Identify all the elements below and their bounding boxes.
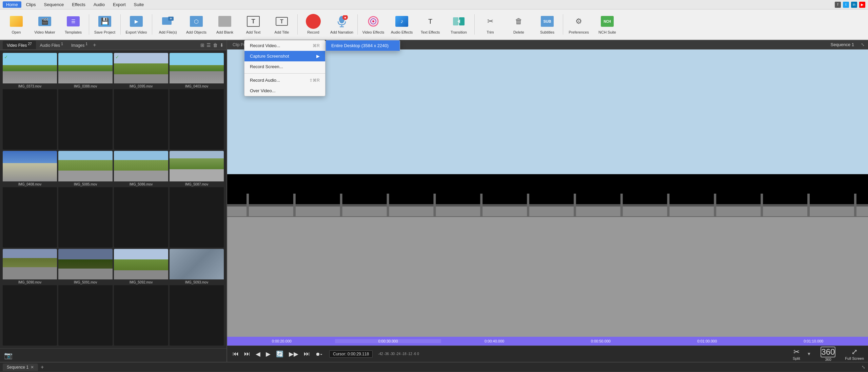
delete-button[interactable]: 🗑 Delete [505,11,532,38]
timeline-expand-icon[interactable]: ⤡ [862,365,865,370]
nchsuite-button[interactable]: NCH NCH Suite [594,11,621,38]
saveproject-button[interactable]: 💾 Save Project [91,11,118,38]
camera-add-icon[interactable]: 📷 [4,351,13,359]
addobjects-button[interactable]: ⬡ Add Objects [183,11,210,38]
media-item-8[interactable]: IMG_5087.mov [170,151,224,248]
expand-preview-icon[interactable]: ⤡ [861,42,868,47]
add-tab-button[interactable]: + [93,42,96,48]
record-audio-shortcut: ⇧⌘R [309,78,320,83]
ruler-tick: 0:01:10.000 [760,339,867,343]
left-panel: Video Files 27 Audio Files 1 Images 1 + … [0,40,227,362]
media-item-3[interactable]: ✓ IMG_0395.mov [114,53,168,150]
trim-button[interactable]: ✂ Trim [477,11,504,38]
addtitle-button[interactable]: T Add Title [268,11,295,38]
menu-audio[interactable]: Audio [90,1,108,8]
tab-images[interactable]: Images 1 [67,41,92,49]
playback-options-button[interactable]: ⏺▾ [314,350,324,358]
preferences-button[interactable]: ⚙ Preferences [565,11,592,38]
transition-button[interactable]: Transition [445,11,472,38]
over-video-item[interactable]: Over Video... [244,85,325,96]
sequence-title: Sequence 1 [831,42,860,47]
videomaker-button[interactable]: 🎬 Video Maker [31,11,58,38]
addtext-button[interactable]: T Add Text [240,11,267,38]
menu-home[interactable]: Home [3,1,21,8]
media-item-7[interactable]: IMG_5086.mov [114,151,168,248]
media-label: IMG_5085.mov [58,181,113,187]
audioeffects-button[interactable]: ♪ Audio Effects [388,11,415,38]
trash-icon[interactable]: 🗑 [213,42,218,48]
record-audio-item[interactable]: Record Audio... ⇧⌘R [244,75,325,85]
menu-sequence[interactable]: Sequence [41,1,67,8]
media-item-6[interactable]: IMG_5085.mov [58,151,113,248]
media-item-2[interactable]: IMG_0388.mov [58,53,113,150]
videoeffects-button[interactable]: Video Effects [360,11,387,38]
split-button[interactable]: ✂ Split [793,348,800,360]
go-start-button[interactable]: ⏮ [231,349,240,359]
seq-tab-close[interactable]: ✕ [31,365,34,370]
media-item-9[interactable]: IMG_5090.mov [3,249,57,346]
exportvideo-button[interactable]: ▶ Export Video [123,11,150,38]
capture-screenshot-submenu: Entire Desktop (3584 x 2240) [326,40,400,51]
toolbar-sep-3 [152,14,152,35]
record-video-item[interactable]: Record Video... ⌘R [244,40,325,51]
capture-screenshot-item[interactable]: Capture Screenshot ▶ [244,51,325,61]
sequence-tab-1[interactable]: Sequence 1 ✕ [3,364,38,371]
menu-effects[interactable]: Effects [68,1,89,8]
open-button[interactable]: Open [3,11,30,38]
step-back-button[interactable]: ⏭ [243,349,252,359]
addfiles-button[interactable]: + Add File(s) [154,11,181,38]
menu-clips[interactable]: Clips [23,1,39,8]
record-button[interactable]: Record [300,11,327,38]
entire-desktop-item[interactable]: Entire Desktop (3584 x 2240) [326,40,400,51]
entire-desktop-label: Entire Desktop (3584 x 2240) [331,43,389,48]
social-icon-2[interactable]: t [843,2,849,8]
media-item-1[interactable]: ✓ IMG_0373.mov [3,53,57,150]
record-screen-item[interactable]: Record Screen... [244,61,325,72]
addnarration-button[interactable]: ● Add Narration [328,11,355,38]
tab-video-files[interactable]: Video Files 27 [3,41,36,49]
fullscreen-label: Full Screen [845,356,864,360]
subtitles-button[interactable]: SUB Subtitles [534,11,561,38]
capture-screenshot-label: Capture Screenshot [250,54,289,59]
svg-text:+: + [170,16,172,21]
play-button[interactable]: ▶ [264,349,272,359]
media-item-12[interactable]: IMG_5093.mov [170,249,224,346]
media-label: IMG_5086.mov [114,181,168,187]
list-view-icon[interactable]: ☰ [206,42,211,48]
add-sequence-button[interactable]: + [39,364,45,370]
down-arrow-icon[interactable]: ▼ [807,351,811,356]
record-screen-label: Record Screen... [250,64,283,69]
360-button[interactable]: 360 360 [821,347,835,361]
go-end-button[interactable]: ⏭ [302,349,311,359]
loop-button[interactable]: 🔄 [275,349,285,359]
media-label: IMG_5090.mov [3,279,57,285]
prev-frame-button[interactable]: ◀ [254,349,262,359]
social-icon-4[interactable]: ▶ [859,2,865,8]
over-video-label: Over Video... [250,88,276,93]
next-frame-button[interactable]: ▶▶ [288,349,300,359]
media-item-11[interactable]: IMG_5092.mov [114,249,168,346]
fullscreen-button[interactable]: ⤢ Full Screen [845,348,864,360]
media-item-4[interactable]: IMG_0403.mov [170,53,224,150]
menu-suite[interactable]: Suite [131,1,147,8]
ruler-tick: 0:00:30.000 [335,339,441,343]
media-label: IMG_5092.mov [114,279,168,285]
social-icon-3[interactable]: in [851,2,857,8]
cursor-label: Cursor: [333,352,346,356]
toolbar-sep-6 [474,14,475,35]
dropdown-separator [244,73,325,74]
menu-export[interactable]: Export [110,1,129,8]
tab-audio-files[interactable]: Audio Files 1 [36,41,67,49]
media-item-5[interactable]: IMG_0408.mov [3,151,57,248]
grid-view-icon[interactable]: ⊞ [200,42,204,48]
import-icon[interactable]: ⬇ [220,42,224,48]
media-label: IMG_0388.mov [58,83,113,89]
media-item-10[interactable]: IMG_5091.mov [58,249,113,346]
toolbar-sep-2 [120,14,121,35]
level-value: -42 -36 -30 -24 -18 -12 -6 0 [378,352,419,356]
social-icon-1[interactable]: f [835,2,841,8]
record-audio-label: Record Audio... [250,78,280,83]
texteffects-button[interactable]: T Text Effects [417,11,444,38]
templates-button[interactable]: ☰ Templates [60,11,87,38]
addblank-button[interactable]: Add Blank [211,11,238,38]
